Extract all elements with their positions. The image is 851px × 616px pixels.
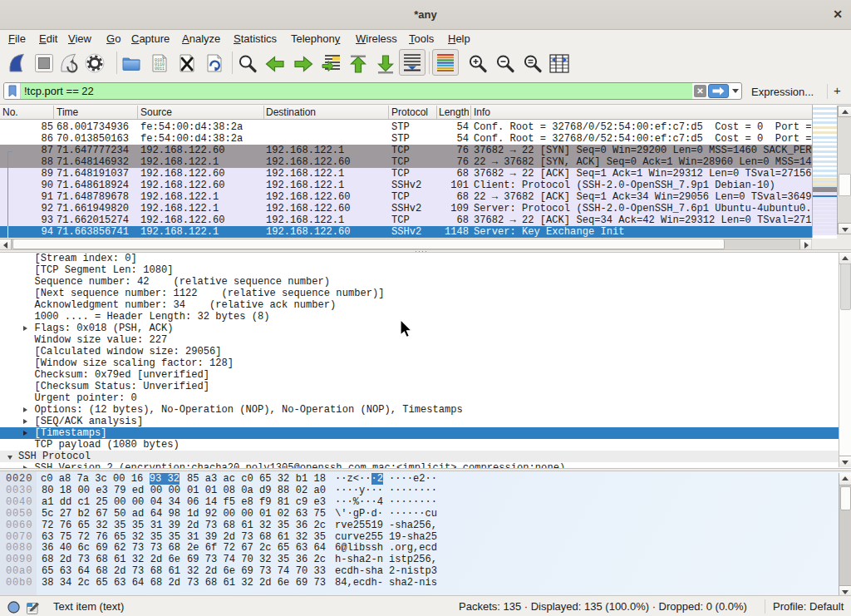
svg-text:0011: 0011 (155, 67, 165, 71)
